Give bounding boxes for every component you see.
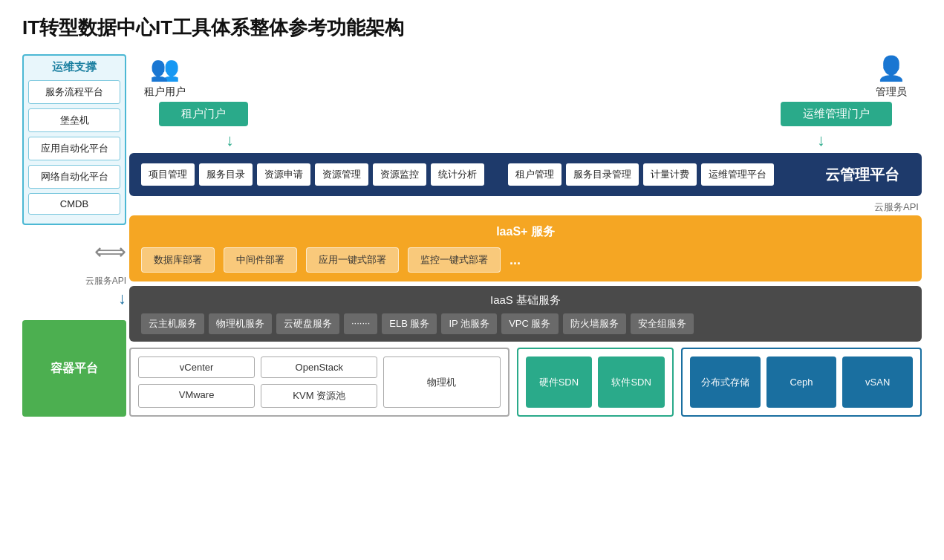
iaas-basic-item-7: 防火墙服务 [563,313,626,334]
virt-kvm: KVM 资源池 [261,384,377,408]
virt-openstack: OpenStack [261,356,377,378]
iaas-basic-box: IaaS 基础服务 云主机服务 物理机服务 云硬盘服务 ······· ELB … [129,286,922,342]
virt-physical: 物理机 [383,356,500,408]
bottom-row: vCenter OpenStack 物理机 VMware KVM 资源池 硬件S… [129,348,922,417]
admin-portal: 运维管理门户 [781,102,892,126]
page-title: IT转型数据中心IT工具体系整体参考功能架构 [22,15,922,41]
yunwei-item-3: 应用自动化平台 [28,137,120,160]
iaas-basic-title: IaaS 基础服务 [141,293,910,307]
mgmt-item-1: 项目管理 [141,163,195,186]
mgmt-item-7: 租户管理 [508,163,561,186]
yunwei-item-2: 堡垒机 [28,108,120,132]
cloud-api-label: 云服务API [129,201,922,214]
mgmt-item-2: 服务目录 [199,163,253,186]
left-arrow-down-icon: ↓ [118,289,126,308]
iaas-basic-dots: ······· [344,313,377,334]
left-sidebar: 运维支撑 服务流程平台 堡垒机 应用自动化平台 网络自动化平台 CMDB ⟺ 云… [22,54,126,417]
iaas-plus-item-4: 监控一键式部署 [408,247,501,273]
admin-user-label: 管理员 [876,85,907,99]
tenant-arrow-down-icon: ↓ [226,131,234,150]
cloud-mgmt-title: 云管理平台 [825,165,899,185]
storage-item-2: Ceph [766,356,837,408]
virt-vcenter: vCenter [138,356,255,378]
yunwei-panel: 运维支撑 服务流程平台 堡垒机 应用自动化平台 网络自动化平台 CMDB [22,54,126,225]
mgmt-item-6: 统计分析 [431,163,484,186]
iaas-plus-box: IaaS+ 服务 数据库部署 中间件部署 应用一键式部署 监控一键式部署 ... [129,215,922,281]
iaas-basic-item-6: VPC 服务 [501,313,558,334]
yunwei-item-5: CMDB [28,193,120,215]
tenant-portal: 租户门户 [159,102,248,126]
iaas-basic-items: 云主机服务 物理机服务 云硬盘服务 ······· ELB 服务 IP 池服务 … [141,313,910,334]
admin-arrow-down-icon: ↓ [817,131,825,150]
iaas-basic-item-3: 云硬盘服务 [276,313,339,334]
cloud-mgmt-inner: 项目管理 服务目录 资源申请 资源管理 资源监控 统计分析 租户管理 服务目录管… [141,163,821,186]
yunwei-item-1: 服务流程平台 [28,80,120,104]
tenant-user-label: 租户用户 [144,85,186,99]
iaas-plus-items: 数据库部署 中间件部署 应用一键式部署 监控一键式部署 ... [141,247,910,273]
iaas-basic-item-5: IP 池服务 [441,313,497,334]
virt-box: vCenter OpenStack 物理机 VMware KVM 资源池 [129,348,510,417]
mgmt-item-8: 服务目录管理 [566,163,639,186]
tenant-user-icon: 👥 [150,54,180,82]
mgmt-item-5: 资源监控 [373,163,426,186]
iaas-plus-item-2: 中间件部署 [224,247,297,273]
mgmt-item-4: 资源管理 [315,163,368,186]
yunwei-title: 运维支撑 [28,60,120,74]
left-api-label: 云服务API [85,275,126,287]
users-row: 👥 租户用户 👤 管理员 [129,54,922,99]
sdn-item-1: 硬件SDN [526,356,593,408]
cloud-mgmt-box: 云管理平台 项目管理 服务目录 资源申请 资源管理 资源监控 统计分析 租户管理… [129,153,922,196]
virt-grid: vCenter OpenStack 物理机 VMware KVM 资源池 [138,356,501,408]
iaas-basic-item-1: 云主机服务 [141,313,204,334]
mgmt-item-10: 运维管理平台 [701,163,774,186]
center-area: 👥 租户用户 👤 管理员 租户门户 运维管理门户 ↓ ↓ 云管理平台 项目管理 … [129,54,922,417]
container-platform: 容器平台 [22,320,126,417]
arrows-down-row: ↓ ↓ [129,131,922,150]
sdn-box: 硬件SDN 软件SDN [517,348,674,417]
virt-vmware: VMware [138,384,255,408]
iaas-plus-item-1: 数据库部署 [141,247,215,273]
storage-item-3: vSAN [842,356,913,408]
iaas-plus-title: IaaS+ 服务 [141,224,910,240]
admin-user-icon: 👤 [876,54,906,82]
double-arrow-icon: ⟺ [94,238,126,264]
mgmt-item-3: 资源申请 [257,163,310,186]
admin-user-group: 👤 管理员 [876,54,907,99]
portals-row: 租户门户 运维管理门户 [129,102,922,126]
iaas-basic-item-8: 安全组服务 [631,313,694,334]
iaas-plus-item-3: 应用一键式部署 [306,247,399,273]
storage-item-1: 分布式存储 [690,356,761,408]
yunwei-item-4: 网络自动化平台 [28,165,120,189]
iaas-basic-item-4: ELB 服务 [382,313,437,334]
storage-box: 分布式存储 Ceph vSAN [681,348,922,417]
iaas-basic-item-2: 物理机服务 [209,313,272,334]
sdn-item-2: 软件SDN [598,356,665,408]
mgmt-item-9: 计量计费 [643,163,697,186]
tenant-user-group: 👥 租户用户 [144,54,186,99]
iaas-plus-dots-icon: ... [510,253,521,268]
